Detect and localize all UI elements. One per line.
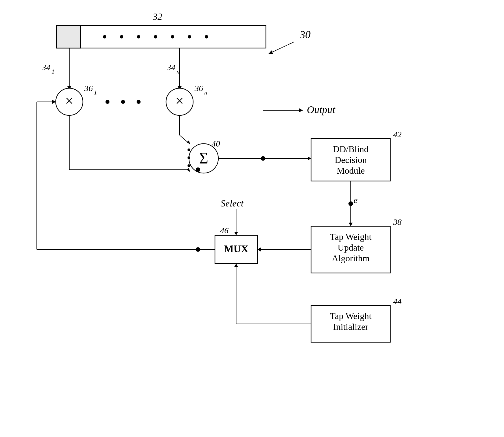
svg-text:MUX: MUX — [224, 243, 248, 255]
svg-text:Select: Select — [221, 198, 244, 208]
svg-point-33 — [137, 100, 141, 104]
svg-point-12 — [205, 35, 208, 38]
svg-point-31 — [105, 100, 109, 104]
svg-text:34: 34 — [42, 63, 50, 72]
svg-text:32: 32 — [152, 11, 162, 22]
svg-text:Tap Weight: Tap Weight — [330, 311, 372, 321]
svg-point-8 — [137, 35, 140, 38]
svg-point-6 — [103, 35, 106, 38]
svg-text:1: 1 — [51, 68, 55, 75]
svg-text:Module: Module — [337, 165, 365, 176]
svg-point-11 — [188, 35, 191, 38]
svg-text:Σ: Σ — [199, 149, 208, 167]
svg-text:36: 36 — [84, 83, 93, 93]
svg-text:36: 36 — [194, 83, 203, 93]
svg-text:46: 46 — [220, 226, 229, 235]
svg-text:Initializer: Initializer — [333, 322, 369, 332]
svg-text:38: 38 — [393, 217, 402, 227]
svg-text:n: n — [204, 89, 207, 96]
svg-point-42 — [188, 164, 190, 167]
svg-text:42: 42 — [393, 130, 402, 139]
svg-text:Decision: Decision — [335, 155, 367, 165]
svg-point-10 — [171, 35, 174, 38]
svg-rect-5 — [57, 25, 81, 48]
svg-rect-0 — [0, 0, 504, 437]
svg-point-7 — [120, 35, 123, 38]
svg-text:n: n — [176, 68, 180, 75]
svg-text:Output: Output — [307, 104, 335, 115]
svg-text:Update: Update — [338, 242, 364, 253]
svg-text:×: × — [65, 93, 73, 109]
svg-text:34: 34 — [167, 63, 175, 72]
svg-text:e: e — [354, 195, 357, 205]
svg-text:1: 1 — [94, 89, 97, 96]
svg-text:44: 44 — [393, 296, 402, 306]
svg-point-40 — [188, 148, 190, 151]
svg-point-61 — [348, 201, 353, 206]
svg-text:Tap Weight: Tap Weight — [330, 232, 372, 242]
diagram-container: 30 32 34 1 34 n × 36 1 × 36 n Σ 40 — [0, 0, 504, 437]
svg-point-32 — [121, 100, 125, 104]
svg-text:40: 40 — [212, 139, 220, 148]
svg-text:×: × — [175, 93, 184, 109]
svg-text:DD/Blind: DD/Blind — [333, 144, 369, 154]
svg-rect-4 — [57, 25, 266, 48]
svg-text:30: 30 — [300, 29, 311, 40]
svg-point-41 — [188, 156, 190, 159]
svg-point-9 — [154, 35, 157, 38]
svg-text:Algorithm: Algorithm — [332, 253, 369, 263]
